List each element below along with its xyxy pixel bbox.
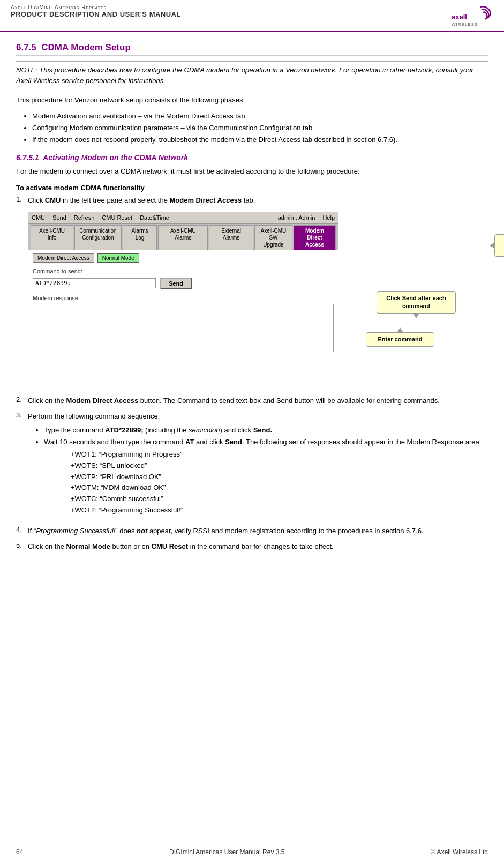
- callout-send-after: Click Send after each command: [377, 291, 456, 314]
- tab-axell-cmu-info[interactable]: Axell-CMU Info: [31, 225, 73, 250]
- command-input[interactable]: [33, 278, 156, 288]
- tab-axell-cmu-alarms[interactable]: Axell-CMU Alarms: [158, 225, 208, 250]
- tab-modem-direct-access[interactable]: Modem DirectAccess: [294, 225, 336, 250]
- sc-menubar: CMU Send Refresh CMU Reset Date&Time adm…: [28, 212, 338, 225]
- send-button[interactable]: Send: [160, 278, 192, 289]
- step1-num: 1.: [16, 195, 28, 203]
- response-line-6: +WOT2: “Programming Successful!”: [71, 505, 488, 516]
- footer-page-number: 64: [16, 848, 23, 856]
- section-heading: 6.7.5 CDMA Modem Setup: [16, 42, 488, 56]
- header-subtitle: Axell DigiMini- Americas Repeater: [11, 4, 181, 10]
- bullet-item: Configuring Modem communication paramete…: [32, 122, 488, 134]
- response-line-5: +WOTC: “Commit successful”: [71, 494, 488, 505]
- page-container: Axell DigiMini- Americas Repeater Produc…: [0, 0, 504, 858]
- callout-enter-command: Enter command: [366, 332, 434, 347]
- menu-datetime[interactable]: Date&Time: [140, 213, 169, 223]
- step5-content: Click on the Normal Mode button or on CM…: [28, 541, 488, 553]
- response-lines: +WOT1: “Programming in Progress” +WOTS: …: [71, 449, 488, 516]
- step3-bullet2: Wait 10 seconds and then type the comman…: [44, 436, 488, 516]
- response-line-1: +WOT1: “Programming in Progress”: [71, 449, 488, 460]
- response-label: Modem response:: [33, 294, 334, 303]
- menu-admin: admin : Admin: [278, 213, 315, 223]
- step2-content: Click on the Modem Direct Access button.…: [28, 396, 488, 407]
- subsection-heading: 6.7.5.1 Activating Modem on the CDMA Net…: [16, 153, 488, 162]
- procedure-heading: To activate modem CDMA functionality: [16, 184, 488, 192]
- sc-tabs: Axell-CMU Info CommunicationConfiguratio…: [28, 224, 338, 250]
- axell-logo: axell WIRELESS: [450, 4, 493, 28]
- step3-content: Perform the following command sequence: …: [28, 411, 488, 521]
- header-title-block: Axell DigiMini- Americas Repeater Produc…: [11, 4, 181, 18]
- command-label: Command to send:: [33, 267, 334, 277]
- normal-mode-button[interactable]: Normal Mode: [97, 253, 139, 263]
- menu-send[interactable]: Send: [52, 213, 66, 223]
- menu-cmu[interactable]: CMU: [32, 213, 45, 223]
- svg-text:WIRELESS: WIRELESS: [452, 22, 478, 27]
- footer-center: DIGImini Americas User Manual Rev 3.5: [169, 848, 284, 856]
- tab-axell-cmu-sw-upgrade[interactable]: Axell-CMUSW Upgrade: [254, 225, 292, 250]
- page-header: Axell DigiMini- Americas Repeater Produc…: [0, 0, 504, 32]
- callout-enter-arrow: [397, 327, 403, 333]
- step1-content: Click CMU in the left tree pane and sele…: [28, 195, 488, 390]
- cmu-label: CMU: [45, 196, 61, 204]
- sc-content-area: Modem Direct Access Normal Mode Command …: [28, 250, 338, 390]
- subsection-intro-text: For the modem to connect over a CDMA net…: [16, 166, 488, 177]
- response-area[interactable]: [33, 304, 334, 352]
- step4-num: 4.: [16, 526, 28, 534]
- step4-content: If “Programming Successful!” does not ap…: [28, 526, 488, 537]
- header-main-title: Product Description and User's Manual: [11, 10, 181, 18]
- modem-direct-access-label: Modem Direct Access: [169, 196, 242, 204]
- page-footer: 64 DIGImini Americas User Manual Rev 3.5…: [0, 846, 504, 858]
- intro-text: This procedure for Verizon network setup…: [16, 95, 488, 106]
- tab-alarms-log[interactable]: Alarms Log: [123, 225, 157, 250]
- tab-communication-config[interactable]: CommunicationConfiguration: [74, 225, 121, 250]
- callout-modem-direct-arrow: [490, 242, 495, 249]
- footer-right: © Axell Wireless Ltd: [431, 848, 488, 856]
- tab-external-alarms[interactable]: External Alarms: [209, 225, 253, 250]
- menu-help[interactable]: Help: [322, 213, 335, 223]
- sc-command-row: Send: [33, 278, 334, 289]
- menu-cmu-reset[interactable]: CMU Reset: [102, 213, 132, 223]
- step2-num: 2.: [16, 396, 28, 404]
- sc-sub-buttons: Modem Direct Access Normal Mode: [33, 253, 334, 263]
- callout-send-arrow: [413, 313, 419, 318]
- bullet-item: If the modem does not respond properly, …: [32, 134, 488, 146]
- svg-text:axell: axell: [452, 13, 467, 21]
- screenshot: CMU Send Refresh CMU Reset Date&Time adm…: [28, 212, 338, 391]
- step3-bullet1: Type the command ATD*22899; (including t…: [44, 424, 488, 436]
- response-line-3: +WOTP: “PRL download OK”: [71, 472, 488, 483]
- response-line-2: +WOTS: “SPL unlocked”: [71, 460, 488, 472]
- callout-modem-direct: Click Modem Direct Access: [494, 234, 504, 257]
- response-line-4: +WOTM: “MDM download OK”: [71, 482, 488, 494]
- menu-refresh[interactable]: Refresh: [74, 213, 95, 223]
- bullet-item: Modem Activation and verification – via …: [32, 110, 488, 122]
- step3-num: 3.: [16, 411, 28, 419]
- intro-bullet-list: Modem Activation and verification – via …: [32, 110, 488, 146]
- note-box: NOTE: This procedure describes how to co…: [16, 61, 488, 89]
- step3-bullet-list: Type the command ATD*22899; (including t…: [44, 424, 488, 516]
- step5-num: 5.: [16, 541, 28, 549]
- main-content: 6.7.5 CDMA Modem Setup NOTE: This proced…: [0, 32, 504, 846]
- modem-direct-access-button[interactable]: Modem Direct Access: [33, 253, 94, 263]
- step2-modem-direct-label: Modem Direct Access: [66, 397, 139, 405]
